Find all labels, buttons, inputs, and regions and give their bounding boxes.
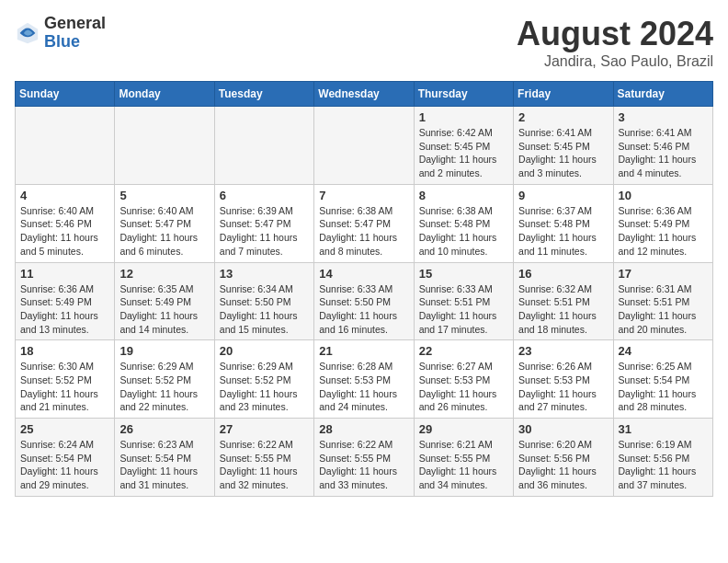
calendar-title: August 2024 bbox=[517, 15, 713, 53]
day-info: Sunrise: 6:27 AM Sunset: 5:53 PM Dayligh… bbox=[419, 360, 508, 414]
calendar-cell: 27Sunrise: 6:22 AM Sunset: 5:55 PM Dayli… bbox=[214, 419, 313, 497]
day-number: 1 bbox=[419, 110, 508, 124]
weekday-header-thursday: Thursday bbox=[414, 82, 513, 107]
day-info: Sunrise: 6:40 AM Sunset: 5:47 PM Dayligh… bbox=[119, 204, 209, 259]
day-info: Sunrise: 6:30 AM Sunset: 5:52 PM Dayligh… bbox=[20, 360, 109, 414]
day-info: Sunrise: 6:21 AM Sunset: 5:55 PM Dayligh… bbox=[419, 438, 508, 492]
calendar-cell: 11Sunrise: 6:36 AM Sunset: 5:49 PM Dayli… bbox=[16, 262, 115, 340]
day-info: Sunrise: 6:20 AM Sunset: 5:56 PM Dayligh… bbox=[518, 438, 608, 492]
calendar-cell: 21Sunrise: 6:28 AM Sunset: 5:53 PM Dayli… bbox=[314, 340, 414, 419]
calendar-week-row: 11Sunrise: 6:36 AM Sunset: 5:49 PM Dayli… bbox=[16, 262, 713, 340]
calendar-cell bbox=[214, 107, 313, 185]
day-number: 23 bbox=[518, 344, 608, 358]
day-info: Sunrise: 6:36 AM Sunset: 5:49 PM Dayligh… bbox=[619, 204, 708, 259]
day-number: 29 bbox=[419, 422, 508, 436]
logo-blue-text: Blue bbox=[44, 33, 106, 52]
calendar-cell: 30Sunrise: 6:20 AM Sunset: 5:56 PM Dayli… bbox=[514, 419, 613, 497]
day-info: Sunrise: 6:41 AM Sunset: 5:46 PM Dayligh… bbox=[619, 126, 708, 180]
calendar-cell: 10Sunrise: 6:36 AM Sunset: 5:49 PM Dayli… bbox=[613, 184, 712, 262]
day-info: Sunrise: 6:22 AM Sunset: 5:55 PM Dayligh… bbox=[319, 438, 408, 492]
day-number: 19 bbox=[119, 344, 209, 358]
calendar-cell: 25Sunrise: 6:24 AM Sunset: 5:54 PM Dayli… bbox=[16, 419, 115, 497]
day-number: 27 bbox=[220, 422, 309, 436]
day-info: Sunrise: 6:33 AM Sunset: 5:50 PM Dayligh… bbox=[319, 282, 408, 337]
day-info: Sunrise: 6:25 AM Sunset: 5:54 PM Dayligh… bbox=[619, 360, 708, 414]
day-number: 6 bbox=[220, 189, 309, 202]
weekday-header-friday: Friday bbox=[514, 82, 613, 107]
day-number: 22 bbox=[419, 344, 508, 358]
day-number: 4 bbox=[20, 189, 109, 202]
day-number: 24 bbox=[619, 344, 708, 358]
calendar-cell: 18Sunrise: 6:30 AM Sunset: 5:52 PM Dayli… bbox=[16, 340, 115, 419]
day-info: Sunrise: 6:37 AM Sunset: 5:48 PM Dayligh… bbox=[518, 204, 608, 259]
calendar-subtitle: Jandira, Sao Paulo, Brazil bbox=[517, 53, 713, 70]
day-info: Sunrise: 6:26 AM Sunset: 5:53 PM Dayligh… bbox=[518, 360, 608, 414]
day-number: 30 bbox=[518, 422, 608, 436]
logo: General Blue bbox=[15, 15, 106, 52]
calendar-cell: 20Sunrise: 6:29 AM Sunset: 5:52 PM Dayli… bbox=[214, 340, 313, 419]
weekday-header-row: SundayMondayTuesdayWednesdayThursdayFrid… bbox=[16, 82, 713, 107]
weekday-header-sunday: Sunday bbox=[16, 82, 115, 107]
calendar-cell: 14Sunrise: 6:33 AM Sunset: 5:50 PM Dayli… bbox=[314, 262, 414, 340]
day-number: 8 bbox=[419, 189, 508, 202]
calendar-cell bbox=[16, 107, 115, 185]
day-number: 28 bbox=[319, 422, 408, 436]
day-number: 21 bbox=[319, 344, 408, 358]
day-info: Sunrise: 6:40 AM Sunset: 5:46 PM Dayligh… bbox=[20, 204, 109, 259]
calendar-cell: 12Sunrise: 6:35 AM Sunset: 5:49 PM Dayli… bbox=[115, 262, 214, 340]
calendar-week-row: 25Sunrise: 6:24 AM Sunset: 5:54 PM Dayli… bbox=[16, 419, 713, 497]
day-number: 7 bbox=[319, 189, 408, 202]
day-info: Sunrise: 6:39 AM Sunset: 5:47 PM Dayligh… bbox=[220, 204, 309, 259]
calendar-cell bbox=[115, 107, 214, 185]
day-info: Sunrise: 6:29 AM Sunset: 5:52 PM Dayligh… bbox=[220, 360, 309, 414]
day-info: Sunrise: 6:31 AM Sunset: 5:51 PM Dayligh… bbox=[619, 282, 708, 337]
day-info: Sunrise: 6:41 AM Sunset: 5:45 PM Dayligh… bbox=[518, 126, 608, 180]
calendar-cell: 2Sunrise: 6:41 AM Sunset: 5:45 PM Daylig… bbox=[514, 107, 613, 185]
day-number: 10 bbox=[619, 189, 708, 202]
calendar-week-row: 1Sunrise: 6:42 AM Sunset: 5:45 PM Daylig… bbox=[16, 107, 713, 185]
calendar-cell: 31Sunrise: 6:19 AM Sunset: 5:56 PM Dayli… bbox=[613, 419, 712, 497]
logo-icon bbox=[15, 20, 40, 46]
day-number: 12 bbox=[119, 267, 209, 281]
calendar-cell: 19Sunrise: 6:29 AM Sunset: 5:52 PM Dayli… bbox=[115, 340, 214, 419]
day-info: Sunrise: 6:32 AM Sunset: 5:51 PM Dayligh… bbox=[518, 282, 608, 337]
calendar-cell: 29Sunrise: 6:21 AM Sunset: 5:55 PM Dayli… bbox=[414, 419, 513, 497]
logo-text: General Blue bbox=[44, 15, 106, 52]
calendar-cell: 5Sunrise: 6:40 AM Sunset: 5:47 PM Daylig… bbox=[115, 184, 214, 262]
day-info: Sunrise: 6:33 AM Sunset: 5:51 PM Dayligh… bbox=[419, 282, 508, 337]
title-block: August 2024 Jandira, Sao Paulo, Brazil bbox=[517, 15, 713, 70]
day-number: 13 bbox=[220, 267, 309, 281]
weekday-header-monday: Monday bbox=[115, 82, 214, 107]
calendar-cell bbox=[314, 107, 414, 185]
day-number: 9 bbox=[518, 189, 608, 202]
day-number: 31 bbox=[619, 422, 708, 436]
calendar-cell: 1Sunrise: 6:42 AM Sunset: 5:45 PM Daylig… bbox=[414, 107, 513, 185]
day-number: 2 bbox=[518, 110, 608, 124]
logo-general-text: General bbox=[44, 15, 106, 33]
day-info: Sunrise: 6:38 AM Sunset: 5:47 PM Dayligh… bbox=[319, 204, 408, 259]
calendar-cell: 7Sunrise: 6:38 AM Sunset: 5:47 PM Daylig… bbox=[314, 184, 414, 262]
weekday-header-wednesday: Wednesday bbox=[314, 82, 414, 107]
calendar-week-row: 18Sunrise: 6:30 AM Sunset: 5:52 PM Dayli… bbox=[16, 340, 713, 419]
day-number: 15 bbox=[419, 267, 508, 281]
calendar-cell: 15Sunrise: 6:33 AM Sunset: 5:51 PM Dayli… bbox=[414, 262, 513, 340]
calendar-cell: 23Sunrise: 6:26 AM Sunset: 5:53 PM Dayli… bbox=[514, 340, 613, 419]
calendar-header: SundayMondayTuesdayWednesdayThursdayFrid… bbox=[16, 82, 713, 107]
day-info: Sunrise: 6:22 AM Sunset: 5:55 PM Dayligh… bbox=[220, 438, 309, 492]
weekday-header-saturday: Saturday bbox=[613, 82, 712, 107]
day-info: Sunrise: 6:19 AM Sunset: 5:56 PM Dayligh… bbox=[619, 438, 708, 492]
day-number: 11 bbox=[20, 267, 109, 281]
calendar-table: SundayMondayTuesdayWednesdayThursdayFrid… bbox=[15, 81, 713, 497]
day-number: 3 bbox=[619, 110, 708, 124]
calendar-cell: 16Sunrise: 6:32 AM Sunset: 5:51 PM Dayli… bbox=[514, 262, 613, 340]
calendar-cell: 13Sunrise: 6:34 AM Sunset: 5:50 PM Dayli… bbox=[214, 262, 313, 340]
day-info: Sunrise: 6:36 AM Sunset: 5:49 PM Dayligh… bbox=[20, 282, 109, 337]
day-number: 26 bbox=[119, 422, 209, 436]
day-info: Sunrise: 6:24 AM Sunset: 5:54 PM Dayligh… bbox=[20, 438, 109, 492]
day-info: Sunrise: 6:35 AM Sunset: 5:49 PM Dayligh… bbox=[119, 282, 209, 337]
day-info: Sunrise: 6:42 AM Sunset: 5:45 PM Dayligh… bbox=[419, 126, 508, 180]
day-info: Sunrise: 6:28 AM Sunset: 5:53 PM Dayligh… bbox=[319, 360, 408, 414]
calendar-cell: 17Sunrise: 6:31 AM Sunset: 5:51 PM Dayli… bbox=[613, 262, 712, 340]
day-number: 5 bbox=[119, 189, 209, 202]
day-info: Sunrise: 6:38 AM Sunset: 5:48 PM Dayligh… bbox=[419, 204, 508, 259]
